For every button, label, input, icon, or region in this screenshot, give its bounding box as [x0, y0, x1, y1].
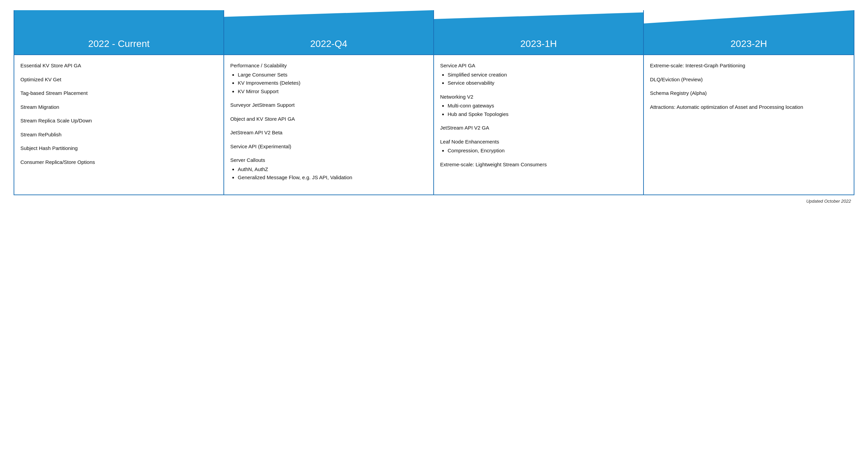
- section-title: Stream Replica Scale Up/Down: [20, 117, 217, 125]
- section-title: Subject Hash Partitioning: [20, 145, 217, 152]
- section-title: Schema Registry (Alpha): [650, 89, 848, 97]
- content-section: JetStream API V2 GA: [440, 124, 637, 132]
- bullet-list: AuthN, AuthZGeneralized Message Flow, e.…: [230, 166, 427, 182]
- bullet-item: Multi-conn gateways: [448, 102, 637, 110]
- bullet-item: KV Mirror Support: [238, 88, 427, 96]
- section-title: Extreme-scale: Lightweight Stream Consum…: [440, 161, 637, 169]
- bullet-item: Service observability: [448, 79, 637, 87]
- section-title: DLQ/Eviction (Preview): [650, 76, 848, 84]
- content-section: Extreme-scale: Interest-Graph Partitioni…: [650, 62, 848, 70]
- bullet-item: Generalized Message Flow, e.g. JS API, V…: [238, 174, 427, 182]
- section-title: Attractions: Automatic optimization of A…: [650, 103, 848, 111]
- content-section: Service API GASimplified service creatio…: [440, 62, 637, 87]
- section-title: Stream Migration: [20, 103, 217, 111]
- column-col-3: 2023-1HService API GASimplified service …: [434, 10, 644, 195]
- content-section: Networking V2Multi-conn gatewaysHub and …: [440, 93, 637, 118]
- content-section: Surveyor JetStream Support: [230, 101, 427, 109]
- section-title: Essential KV Store API GA: [20, 62, 217, 70]
- content-section: Stream Migration: [20, 103, 217, 111]
- bullet-list: Large Consumer SetsKV Improvements (Dele…: [230, 71, 427, 96]
- column-header-col-2: 2022-Q4: [224, 10, 433, 54]
- column-content-col-3: Service API GASimplified service creatio…: [434, 54, 643, 195]
- column-title-col-2: 2022-Q4: [224, 38, 433, 49]
- section-title: Leaf Node Enhancements: [440, 138, 637, 146]
- content-section: Server CalloutsAuthN, AuthZGeneralized M…: [230, 156, 427, 182]
- section-title: Service API (Experimental): [230, 143, 427, 151]
- section-title: Surveyor JetStream Support: [230, 101, 427, 109]
- bullet-item: Simplified service creation: [448, 71, 637, 79]
- column-content-col-4: Extreme-scale: Interest-Graph Partitioni…: [644, 54, 854, 195]
- section-title: Object and KV Store API GA: [230, 115, 427, 123]
- bullet-list: Compression, Encryption: [440, 147, 637, 155]
- column-header-col-4: 2023-2H: [644, 10, 854, 54]
- section-title: JetStream API V2 GA: [440, 124, 637, 132]
- content-section: Tag-based Stream Placement: [20, 89, 217, 97]
- footer-text: Updated October 2022: [14, 199, 854, 204]
- content-section: Object and KV Store API GA: [230, 115, 427, 123]
- content-section: Optimized KV Get: [20, 76, 217, 84]
- section-title: Service API GA: [440, 62, 637, 70]
- content-section: Leaf Node EnhancementsCompression, Encry…: [440, 138, 637, 155]
- section-title: Performance / Scalability: [230, 62, 427, 70]
- column-col-1: 2022 - CurrentEssential KV Store API GAO…: [14, 10, 224, 195]
- column-col-2: 2022-Q4Performance / ScalabilityLarge Co…: [224, 10, 434, 195]
- content-section: Schema Registry (Alpha): [650, 89, 848, 97]
- content-section: DLQ/Eviction (Preview): [650, 76, 848, 84]
- content-section: Subject Hash Partitioning: [20, 145, 217, 152]
- roadmap-table: 2022 - CurrentEssential KV Store API GAO…: [14, 10, 854, 195]
- section-title: Server Callouts: [230, 156, 427, 164]
- column-title-col-4: 2023-2H: [644, 38, 854, 49]
- bullet-list: Multi-conn gatewaysHub and Spoke Topolog…: [440, 102, 637, 118]
- content-section: Consumer Replica/Store Options: [20, 158, 217, 166]
- column-title-col-1: 2022 - Current: [14, 38, 223, 49]
- section-title: Consumer Replica/Store Options: [20, 158, 217, 166]
- section-title: JetStream API V2 Beta: [230, 129, 427, 137]
- section-title: Optimized KV Get: [20, 76, 217, 84]
- column-content-col-2: Performance / ScalabilityLarge Consumer …: [224, 54, 433, 195]
- column-header-col-1: 2022 - Current: [14, 10, 223, 54]
- bullet-item: AuthN, AuthZ: [238, 166, 427, 173]
- bullet-list: Simplified service creationService obser…: [440, 71, 637, 87]
- bullet-item: Hub and Spoke Topologies: [448, 111, 637, 118]
- content-section: Performance / ScalabilityLarge Consumer …: [230, 62, 427, 95]
- section-title: Extreme-scale: Interest-Graph Partitioni…: [650, 62, 848, 70]
- bullet-item: Large Consumer Sets: [238, 71, 427, 79]
- column-col-4: 2023-2HExtreme-scale: Interest-Graph Par…: [644, 10, 854, 195]
- content-section: Essential KV Store API GA: [20, 62, 217, 70]
- bullet-item: KV Improvements (Deletes): [238, 79, 427, 87]
- section-title: Networking V2: [440, 93, 637, 101]
- content-section: JetStream API V2 Beta: [230, 129, 427, 137]
- column-title-col-3: 2023-1H: [434, 38, 643, 49]
- content-section: Stream Replica Scale Up/Down: [20, 117, 217, 125]
- content-section: Stream RePublish: [20, 131, 217, 139]
- content-section: Extreme-scale: Lightweight Stream Consum…: [440, 161, 637, 169]
- bullet-item: Compression, Encryption: [448, 147, 637, 155]
- content-section: Attractions: Automatic optimization of A…: [650, 103, 848, 111]
- section-title: Tag-based Stream Placement: [20, 89, 217, 97]
- column-content-col-1: Essential KV Store API GAOptimized KV Ge…: [14, 54, 223, 195]
- section-title: Stream RePublish: [20, 131, 217, 139]
- content-section: Service API (Experimental): [230, 143, 427, 151]
- column-header-col-3: 2023-1H: [434, 10, 643, 54]
